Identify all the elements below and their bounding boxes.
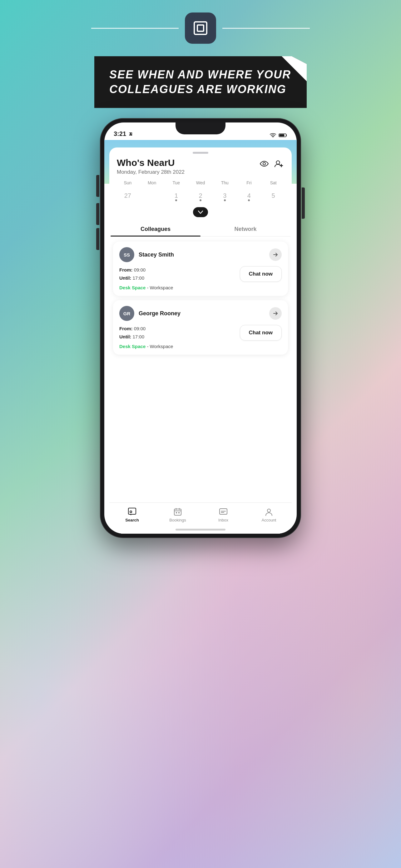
time-info-stacey: From: 09:00 Until: 17:00 [119, 266, 145, 282]
svg-point-5 [263, 162, 265, 165]
phone-screen: 3:21 [104, 122, 297, 534]
app-header: Who's NearU Monday, February 28th 2022 [109, 156, 292, 180]
time-info-george: From: 09:00 Until: 17:00 [119, 324, 145, 341]
chat-icon [219, 507, 228, 517]
status-time: 3:21 [114, 130, 133, 137]
app-title: Who's NearU [117, 157, 185, 168]
person-name-george: George Rooney [139, 310, 180, 317]
svg-point-13 [267, 509, 270, 512]
home-indicator [175, 529, 226, 531]
desk-type-george: Desk Space [119, 344, 145, 349]
card-top-row-george: GR George Rooney [119, 306, 282, 321]
banner-line2: COLLEAGUES ARE WORKING [109, 82, 292, 97]
svg-rect-10 [176, 512, 177, 514]
colleagues-list: SS Stacey Smith [109, 237, 292, 360]
svg-rect-0 [194, 22, 207, 34]
person-info-george: GR George Rooney [119, 306, 180, 321]
avatar-george: GR [119, 306, 134, 321]
cal-date-5[interactable]: 5 [261, 190, 286, 201]
cal-day-mon: Mon [140, 180, 164, 185]
svg-rect-9 [174, 509, 181, 515]
cal-day-sat: Sat [261, 180, 286, 185]
location-arrow-icon [128, 131, 133, 136]
cal-day-sun: Sun [115, 180, 140, 185]
cal-date-27[interactable]: 27 [115, 190, 140, 201]
nav-bookings[interactable]: Bookings [167, 507, 189, 522]
battery-icon [278, 133, 287, 137]
calendar-dates: 27 28 1 2 3 [115, 187, 286, 204]
svg-rect-1 [197, 25, 204, 31]
header-text: Who's NearU Monday, February 28th 2022 [117, 157, 185, 175]
logo-icon [185, 12, 216, 44]
eye-icon[interactable] [259, 159, 269, 169]
svg-rect-7 [128, 508, 136, 514]
calendar-icon [173, 507, 182, 517]
nav-inbox-label: Inbox [218, 518, 228, 522]
phone-container: 3:21 [101, 119, 300, 806]
location-george: Workspace [150, 344, 173, 349]
person-info-stacey: SS Stacey Smith [119, 247, 174, 262]
nav-bookings-label: Bookings [169, 518, 186, 522]
nav-inbox[interactable]: Inbox [212, 507, 234, 522]
location-stacey: Workspace [150, 285, 173, 290]
app-content: Who's NearU Monday, February 28th 2022 [109, 148, 292, 534]
desk-info-george: Desk Space - Workspace [119, 344, 282, 349]
desk-type-stacey: Desk Space [119, 285, 145, 290]
cal-date-3[interactable]: 3 [213, 190, 237, 201]
avatar-stacey: SS [119, 247, 134, 262]
phone-notch [175, 122, 226, 134]
card-top-row-stacey: SS Stacey Smith [119, 247, 282, 262]
logo-line-left [91, 28, 179, 29]
dash-stacey: - [145, 285, 149, 290]
cal-day-thu: Thu [213, 180, 237, 185]
app-date: Monday, February 28th 2022 [117, 169, 185, 175]
from-label-george: From: [119, 326, 133, 331]
desk-info-stacey: Desk Space - Workspace [119, 285, 282, 290]
cal-date-2[interactable]: 2 [188, 190, 213, 201]
cal-day-tue: Tue [164, 180, 188, 185]
cal-day-fri: Fri [237, 180, 261, 185]
logo-area [91, 12, 310, 44]
cal-day-wed: Wed [188, 180, 213, 185]
nav-account[interactable]: Account [258, 507, 280, 522]
from-label-stacey: From: [119, 267, 133, 273]
svg-rect-4 [279, 134, 285, 136]
card-middle-row-george: From: 09:00 Until: 17:00 Chat now [119, 324, 282, 341]
chat-now-george-button[interactable]: Chat now [240, 325, 282, 341]
cal-date-28-today[interactable]: 28 [140, 187, 164, 204]
calendar-section: Sun Mon Tue Wed Thu Fri Sat 27 [109, 180, 292, 204]
dropdown-btn-wrap [109, 204, 292, 222]
colleague-card-stacey: SS Stacey Smith [113, 242, 288, 296]
chat-now-stacey-button[interactable]: Chat now [240, 266, 282, 282]
tabs-section: Colleagues Network [110, 222, 291, 237]
search-map-icon [127, 507, 137, 517]
tab-network[interactable]: Network [201, 222, 291, 236]
nav-account-label: Account [262, 518, 276, 522]
person-name-stacey: Stacey Smith [139, 251, 174, 258]
calendar-dropdown-button[interactable] [193, 207, 208, 217]
banner: SEE WHEN AND WHERE YOUR COLLEAGUES ARE W… [94, 56, 307, 108]
nav-search[interactable]: Search [121, 507, 143, 522]
colleague-card-george: GR George Rooney [113, 300, 288, 354]
view-profile-stacey-button[interactable] [269, 248, 282, 261]
header-icons [259, 159, 284, 169]
person-icon [264, 507, 274, 517]
svg-point-8 [130, 511, 132, 513]
until-label-george: Until: [119, 334, 131, 339]
cal-date-4[interactable]: 4 [237, 190, 261, 201]
wifi-icon [270, 133, 276, 137]
phone-device: 3:21 [101, 119, 300, 537]
svg-point-2 [273, 137, 273, 137]
nav-search-label: Search [125, 518, 139, 522]
svg-rect-11 [178, 512, 179, 514]
calendar-days-header: Sun Mon Tue Wed Thu Fri Sat [115, 180, 286, 185]
logo-line-right [222, 28, 310, 29]
view-profile-george-button[interactable] [269, 307, 282, 320]
card-middle-row-stacey: From: 09:00 Until: 17:00 Chat now [119, 266, 282, 282]
tab-colleagues[interactable]: Colleagues [110, 222, 201, 236]
svg-point-6 [276, 161, 280, 164]
drag-handle [109, 148, 292, 156]
cal-date-1[interactable]: 1 [164, 190, 188, 201]
banner-line1: SEE WHEN AND WHERE YOUR [109, 67, 292, 82]
add-person-icon[interactable] [274, 159, 284, 169]
